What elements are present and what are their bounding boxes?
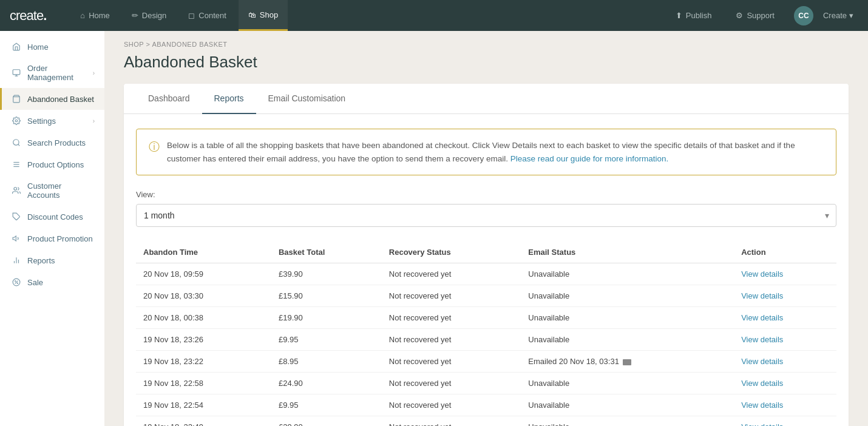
view-details-link[interactable]: View details	[741, 335, 783, 344]
sidebar-item-settings[interactable]: Settings ›	[0, 110, 104, 132]
col-abandon-time: Abandon Time	[136, 242, 271, 263]
view-select-wrapper: 1 month 3 months 6 months 1 year	[136, 204, 836, 227]
cell-abandon_time: 19 Nov 18, 23:22	[136, 351, 271, 373]
main-content: SHOP > ABANDONED BASKET Abandoned Basket…	[104, 31, 868, 426]
cell-basket_total: £39.90	[271, 263, 382, 285]
tab-bar: Dashboard Reports Email Customisation	[124, 84, 849, 114]
sidebar: Home Order Management › Abandoned Basket…	[0, 31, 104, 426]
cell-abandon_time: 19 Nov 18, 22:49	[136, 416, 271, 426]
email-sent-icon	[623, 359, 631, 365]
chevron-right-icon: ›	[93, 70, 95, 76]
shop-icon: 🛍	[248, 10, 256, 19]
table-row: 20 Nov 18, 03:30£15.90Not recovered yetU…	[136, 285, 836, 307]
cell-recovery_status: Not recovered yet	[382, 351, 521, 373]
cell-email_status: Unavailable	[521, 416, 734, 426]
sliders-icon	[12, 160, 21, 169]
cell-recovery_status: Not recovered yet	[382, 307, 521, 329]
basket-icon	[12, 94, 21, 104]
sale-icon	[12, 277, 21, 287]
nav-shop[interactable]: 🛍 Shop	[239, 0, 288, 31]
cell-abandon_time: 19 Nov 18, 22:58	[136, 373, 271, 394]
home-icon	[12, 42, 21, 52]
table-row: 19 Nov 18, 23:26£9.95Not recovered yetUn…	[136, 329, 836, 351]
nav-content[interactable]: ◻ Content	[178, 0, 236, 31]
sidebar-item-sale[interactable]: Sale	[0, 271, 104, 293]
reports-icon	[12, 255, 21, 265]
info-box: ⓘ Below is a table of all the shopping b…	[136, 129, 836, 175]
sidebar-item-search-products[interactable]: Search Products	[0, 132, 104, 154]
sidebar-item-home[interactable]: Home	[0, 36, 104, 58]
cell-email_status: Unavailable	[521, 285, 734, 307]
cell-abandon_time: 19 Nov 18, 23:26	[136, 329, 271, 351]
cell-abandon_time: 20 Nov 18, 00:38	[136, 307, 271, 329]
info-link[interactable]: Please read our guide for more informati…	[510, 154, 668, 163]
main-card: Dashboard Reports Email Customisation ⓘ …	[124, 84, 849, 426]
sidebar-item-product-promotion[interactable]: Product Promotion	[0, 228, 104, 249]
sidebar-item-order-management[interactable]: Order Management ›	[0, 58, 104, 88]
nav-design[interactable]: ✏ Design	[122, 0, 176, 31]
nav-links: ⌂ Home ✏ Design ◻ Content 🛍 Shop	[70, 0, 666, 31]
col-email-status: Email Status	[521, 242, 734, 263]
cell-email_status: Unavailable	[521, 263, 734, 285]
tab-reports[interactable]: Reports	[202, 84, 256, 114]
cell-action: View details	[734, 263, 836, 285]
card-content: ⓘ Below is a table of all the shopping b…	[124, 114, 849, 426]
view-details-link[interactable]: View details	[741, 379, 783, 388]
cell-email_status: Unavailable	[521, 373, 734, 394]
tab-dashboard[interactable]: Dashboard	[136, 84, 202, 114]
view-details-link[interactable]: View details	[741, 291, 783, 300]
table-row: 19 Nov 18, 23:22£8.95Not recovered yetEm…	[136, 351, 836, 373]
cell-recovery_status: Not recovered yet	[382, 329, 521, 351]
info-text: Below is a table of all the shopping bas…	[167, 139, 824, 165]
cell-basket_total: £29.90	[271, 416, 382, 426]
cell-basket_total: £15.90	[271, 285, 382, 307]
cell-basket_total: £19.90	[271, 307, 382, 329]
chevron-down-icon: ▾	[849, 11, 853, 20]
search-icon	[12, 138, 21, 147]
cell-abandon_time: 20 Nov 18, 09:59	[136, 263, 271, 285]
publish-button[interactable]: ⬆ Publish	[666, 0, 722, 31]
table-row: 19 Nov 18, 22:54£9.95Not recovered yetUn…	[136, 394, 836, 416]
cell-recovery_status: Not recovered yet	[382, 373, 521, 394]
info-icon: ⓘ	[149, 140, 160, 165]
svg-line-6	[18, 144, 20, 146]
sidebar-item-abandoned-basket[interactable]: Abandoned Basket	[0, 88, 104, 110]
sidebar-item-customer-accounts[interactable]: Customer Accounts	[0, 175, 104, 206]
avatar[interactable]: CC	[794, 6, 813, 25]
col-recovery-status: Recovery Status	[382, 242, 521, 263]
cell-basket_total: £9.95	[271, 394, 382, 416]
nav-home[interactable]: ⌂ Home	[70, 0, 120, 31]
svg-point-4	[15, 120, 18, 122]
nav-right: ⬆ Publish ⚙ Support CC Create ▾	[666, 0, 858, 31]
tag-icon	[12, 212, 21, 221]
sidebar-item-discount-codes[interactable]: Discount Codes	[0, 206, 104, 228]
cell-action: View details	[734, 416, 836, 426]
cell-basket_total: £24.90	[271, 373, 382, 394]
view-details-link[interactable]: View details	[741, 269, 783, 279]
tab-email-customisation[interactable]: Email Customisation	[256, 84, 358, 114]
svg-point-19	[17, 283, 18, 283]
page-title: Abandoned Basket	[124, 53, 849, 72]
view-details-link[interactable]: View details	[741, 422, 783, 426]
view-details-link[interactable]: View details	[741, 401, 783, 410]
view-select[interactable]: 1 month 3 months 6 months 1 year	[136, 204, 836, 227]
col-action: Action	[734, 242, 836, 263]
svg-point-18	[15, 281, 16, 282]
sidebar-item-reports[interactable]: Reports	[0, 249, 104, 271]
svg-point-5	[13, 140, 19, 145]
col-basket-total: Basket Total	[271, 242, 382, 263]
view-details-link[interactable]: View details	[741, 313, 783, 322]
sidebar-item-product-options[interactable]: Product Options	[0, 154, 104, 175]
support-button[interactable]: ⚙ Support	[726, 0, 784, 31]
table-row: 19 Nov 18, 22:58£24.90Not recovered yetU…	[136, 373, 836, 394]
brand-logo: create.	[10, 8, 46, 24]
svg-point-10	[14, 188, 17, 191]
cell-recovery_status: Not recovered yet	[382, 394, 521, 416]
view-details-link[interactable]: View details	[741, 357, 783, 366]
create-dropdown[interactable]: Create ▾	[818, 0, 858, 31]
user-icon	[12, 186, 21, 195]
cell-abandon_time: 19 Nov 18, 22:54	[136, 394, 271, 416]
cell-basket_total: £8.95	[271, 351, 382, 373]
cell-email_status: Unavailable	[521, 307, 734, 329]
cell-action: View details	[734, 394, 836, 416]
